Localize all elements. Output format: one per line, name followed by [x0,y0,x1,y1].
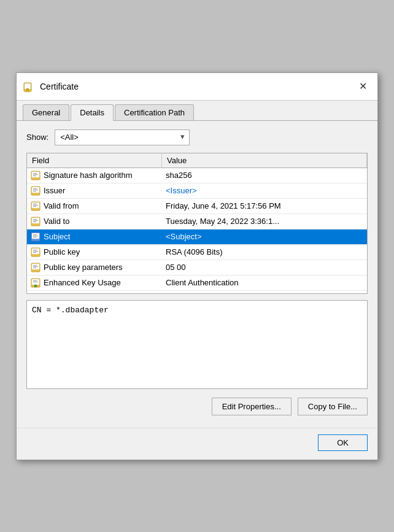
table-row[interactable]: Issuer <Issuer> [27,183,367,199]
svg-rect-37 [33,265,37,266]
title-bar-left: Certificate [23,80,79,93]
svg-rect-12 [33,188,37,189]
header-field: Field [27,153,162,168]
svg-rect-27 [33,234,37,235]
table-row[interactable]: Subject Alternative Nam... DNS Name=*.db… [27,291,367,294]
field-cell: Signature hash algorithm [27,168,162,183]
close-button[interactable]: ✕ [354,78,371,95]
svg-rect-43 [33,282,38,282]
show-label: Show: [26,133,48,142]
field-cell: Public key [27,245,162,260]
svg-rect-1 [25,83,31,89]
svg-rect-14 [33,191,36,191]
show-row: Show: <All>Version 1 Fields OnlyExtensio… [26,129,368,145]
value-cell: Client Authentication [162,276,367,290]
table-row[interactable]: ↓ Enhanced Key Usage Client Authenticati… [27,276,367,291]
tab-bar: General Details Certification Path [17,101,377,121]
show-select[interactable]: <All>Version 1 Fields OnlyExtensions Onl… [55,129,190,145]
field-icon [31,263,41,272]
edit-properties-button[interactable]: Edit Properties... [212,398,292,415]
value-cell-link: <Issuer> [162,183,367,198]
value-cell: <Subject> [162,229,367,244]
field-cell: ↓ Enhanced Key Usage [27,276,162,290]
show-select-wrapper[interactable]: <All>Version 1 Fields OnlyExtensions Onl… [55,129,190,145]
svg-rect-17 [33,204,37,204]
svg-point-2 [26,88,29,91]
table-header: Field Value [27,153,367,168]
field-icon [31,293,41,294]
value-cell: 05 00 [162,260,367,274]
field-cell: Subject Alternative Nam... [27,291,162,294]
svg-rect-24 [33,222,36,222]
fields-table: Field Value Signature hash algorithm sha… [26,153,368,294]
value-cell: RSA (4096 Bits) [162,245,367,259]
dialog-content: Show: <All>Version 1 Fields OnlyExtensio… [17,121,377,424]
svg-rect-29 [33,237,36,237]
detail-text-box: CN = *.dbadapter [26,300,368,389]
value-cell: DNS Name=*.db... [162,291,367,294]
action-button-row: Edit Properties... Copy to File... [26,398,368,415]
svg-rect-33 [33,251,38,252]
tab-certification-path[interactable]: Certification Path [115,104,194,120]
ok-row: OK [17,428,377,460]
svg-rect-8 [33,174,38,175]
field-icon [31,232,41,242]
field-cell: Subject [27,229,162,244]
table-row[interactable]: Valid to Tuesday, May 24, 2022 3:36:1... [27,214,367,229]
svg-rect-13 [33,190,38,190]
header-value: Value [162,153,367,168]
svg-rect-19 [33,206,36,207]
table-row-selected[interactable]: Subject <Subject> [27,229,367,245]
field-cell: Issuer [27,183,162,198]
svg-rect-22 [33,219,37,220]
field-icon [31,217,41,226]
value-cell: sha256 [162,168,367,182]
title-bar: Certificate ✕ [17,73,377,101]
dialog-title: Certificate [40,82,79,91]
tab-details[interactable]: Details [71,104,114,121]
tab-general[interactable]: General [23,104,69,120]
window-icon [23,80,35,93]
certificate-dialog: Certificate ✕ General Details Certificat… [16,72,378,460]
svg-rect-42 [33,280,37,281]
value-cell: Tuesday, May 24, 2022 3:36:1... [162,214,367,228]
svg-rect-9 [33,175,36,176]
table-row[interactable]: Signature hash algorithm sha256 [27,168,367,183]
svg-rect-34 [33,252,36,253]
field-icon [31,186,41,196]
svg-rect-38 [33,266,38,267]
ok-button[interactable]: OK [318,434,368,451]
svg-rect-23 [33,220,38,221]
table-row[interactable]: Public key parameters 05 00 [27,260,367,276]
copy-to-file-button[interactable]: Copy to File... [298,398,368,415]
svg-rect-39 [33,268,36,268]
table-row[interactable]: Public key RSA (4096 Bits) [27,245,367,260]
field-cell: Public key parameters [27,260,162,275]
svg-rect-32 [33,250,37,250]
field-icon [31,171,41,180]
field-cell: Valid from [27,199,162,214]
detail-text: CN = *.dbadapter [32,306,109,315]
field-icon [31,247,41,257]
svg-text:↓: ↓ [35,285,36,288]
svg-rect-28 [33,236,38,236]
value-cell: Friday, June 4, 2021 5:17:56 PM [162,199,367,213]
svg-rect-18 [33,205,38,206]
table-row[interactable]: Valid from Friday, June 4, 2021 5:17:56 … [27,199,367,214]
enhanced-field-icon: ↓ [31,278,41,288]
svg-rect-7 [33,173,37,174]
field-cell: Valid to [27,214,162,229]
field-icon [31,201,41,211]
